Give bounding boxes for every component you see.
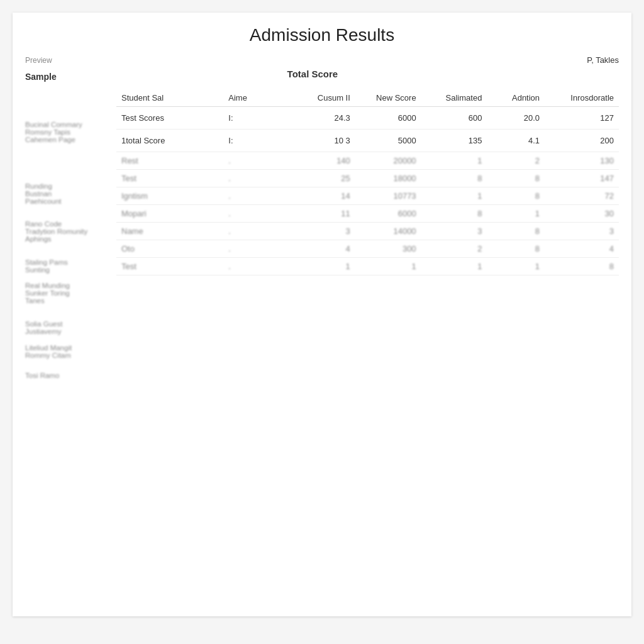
blur-row5-sal2: 3	[421, 223, 487, 240]
blur-row4-ns: 6000	[355, 205, 421, 223]
blur-row5-aime: .	[223, 223, 289, 240]
blur-row1-inros: 130	[545, 152, 619, 170]
sample-label: Sample	[25, 72, 57, 82]
blur-row4-adnt: 1	[487, 205, 545, 223]
blur-row5-adnt: 8	[487, 223, 545, 240]
table-row: Oto . 4 300 2 8 4	[116, 240, 619, 258]
blur-row5-cusum: 3	[289, 223, 355, 240]
blur-row2-aime: .	[223, 170, 289, 187]
blur-row1-ns: 20000	[355, 152, 421, 170]
blur-row3-ns: 10773	[355, 187, 421, 205]
sidebar-name-1: Bucinal CommaryRomsny TapisCahemen Page	[25, 117, 116, 155]
blur-row7-aime: .	[223, 258, 289, 275]
col-cusum: Cusum II	[289, 89, 355, 107]
blur-row3-cusum: 14	[289, 187, 355, 205]
table-row: Mopari . 11 6000 8 1 30	[116, 205, 619, 223]
blur-row6-adnt: 8	[487, 240, 545, 258]
blur-row6-sal: Oto	[116, 240, 223, 258]
blur-row7-adnt: 1	[487, 258, 545, 275]
sidebar-name-8: Liteliud MangitRommy Citam	[25, 340, 116, 364]
sidebar-name-3: RundingBustnanPaehicount	[25, 179, 116, 216]
blur-row7-sal: Test	[116, 258, 223, 275]
row2-cusum: 10 3	[289, 130, 355, 152]
main-table: Student Sal Aime Cusum II New Score Sali…	[116, 89, 619, 275]
row1-inros: 127	[545, 107, 619, 130]
page-container: Admission Results Preview P, Takles Samp…	[13, 13, 631, 616]
col-inros: Inrosdoratle	[545, 89, 619, 107]
row2-inros: 200	[545, 130, 619, 152]
col-aime: Aime	[223, 89, 289, 107]
row2-new-score: 5000	[355, 130, 421, 152]
table-row: Test . 25 18000 8 8 147	[116, 170, 619, 187]
row1-salimated: 600	[421, 107, 487, 130]
blur-row6-ns: 300	[355, 240, 421, 258]
blur-row3-aime: .	[223, 187, 289, 205]
blur-row1-sal2: 1	[421, 152, 487, 170]
blur-row5-inros: 3	[545, 223, 619, 240]
sidebar-name-6: Real MundingSunker ToringTanes	[25, 278, 116, 316]
sidebar-name-7: Solia GuestJustiavemy	[25, 316, 116, 340]
col-new-score: New Score	[355, 89, 421, 107]
blur-row4-aime: .	[223, 205, 289, 223]
row1-cusum: 24.3	[289, 107, 355, 130]
blur-row2-ns: 18000	[355, 170, 421, 187]
blur-row4-cusum: 11	[289, 205, 355, 223]
blur-row1-sal: Rest	[116, 152, 223, 170]
table-row: Name . 3 14000 3 8 3	[116, 223, 619, 240]
table-area: Bucinal CommaryRomsny TapisCahemen Page …	[25, 89, 619, 387]
blur-row7-inros: 8	[545, 258, 619, 275]
table-row: 1total Score I: 10 3 5000 135 4.1 200	[116, 130, 619, 152]
col-student-sal: Student Sal	[116, 89, 223, 107]
sidebar-name-5: Staling PamsSunting	[25, 254, 116, 278]
blur-row7-sal2: 1	[421, 258, 487, 275]
blur-row4-sal2: 8	[421, 205, 487, 223]
row2-adntion: 4.1	[487, 130, 545, 152]
blur-row6-inros: 4	[545, 240, 619, 258]
sidebar-name-2	[25, 155, 116, 179]
col-adntion: Adntion	[487, 89, 545, 107]
row1-adntion: 20.0	[487, 107, 545, 130]
preview-label: Preview	[25, 56, 52, 65]
user-label: P, Takles	[587, 55, 619, 65]
table-row: Igntism . 14 10773 1 8 72	[116, 187, 619, 205]
top-bar: Preview P, Takles	[25, 55, 619, 65]
blur-row2-sal: Test	[116, 170, 223, 187]
blur-row2-inros: 147	[545, 170, 619, 187]
blur-row6-aime: .	[223, 240, 289, 258]
blur-row1-adnt: 2	[487, 152, 545, 170]
blur-row6-sal2: 2	[421, 240, 487, 258]
blur-row3-sal: Igntism	[116, 187, 223, 205]
row1-new-score: 6000	[355, 107, 421, 130]
blur-row2-sal2: 8	[421, 170, 487, 187]
col-salimated: Salimated	[421, 89, 487, 107]
blur-row3-inros: 72	[545, 187, 619, 205]
blur-row2-cusum: 25	[289, 170, 355, 187]
row1-student-sal: Test Scores	[116, 107, 223, 130]
blur-row4-inros: 30	[545, 205, 619, 223]
row1-aime: I:	[223, 107, 289, 130]
blur-row3-adnt: 8	[487, 187, 545, 205]
blur-row5-sal: Name	[116, 223, 223, 240]
table-header-row: Student Sal Aime Cusum II New Score Sali…	[116, 89, 619, 107]
table-row: Test . 1 1 1 1 8	[116, 258, 619, 275]
row2-student-sal: 1total Score	[116, 130, 223, 152]
table-row: Rest . 140 20000 1 2 130	[116, 152, 619, 170]
row2-salimated: 135	[421, 130, 487, 152]
blur-row1-aime: .	[223, 152, 289, 170]
sidebar-name-9: Tosi Ramo	[25, 364, 116, 387]
blur-row6-cusum: 4	[289, 240, 355, 258]
blur-row4-sal: Mopari	[116, 205, 223, 223]
table-row: Test Scores I: 24.3 6000 600 20.0 127	[116, 107, 619, 130]
page-title: Admission Results	[25, 25, 619, 45]
blur-row5-ns: 14000	[355, 223, 421, 240]
sidebar-names: Bucinal CommaryRomsny TapisCahemen Page …	[25, 89, 116, 387]
blur-row3-sal2: 1	[421, 187, 487, 205]
blur-row7-ns: 1	[355, 258, 421, 275]
total-score-header: Total Score	[57, 69, 569, 79]
blur-row7-cusum: 1	[289, 258, 355, 275]
sidebar-name-4: Rano CodeTradytion RomunityAphings	[25, 216, 116, 254]
blur-row1-cusum: 140	[289, 152, 355, 170]
data-table: Student Sal Aime Cusum II New Score Sali…	[116, 89, 619, 387]
blur-row2-adnt: 8	[487, 170, 545, 187]
row2-aime: I:	[223, 130, 289, 152]
